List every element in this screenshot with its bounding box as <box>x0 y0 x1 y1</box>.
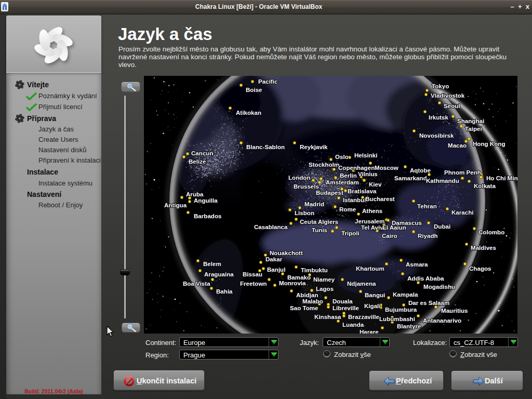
svg-text:Bujumbura: Bujumbura <box>385 306 417 313</box>
svg-text:Addis Ababa: Addis Ababa <box>407 275 444 282</box>
svg-text:Boise: Boise <box>246 86 262 93</box>
svg-text:Dakar: Dakar <box>265 256 283 262</box>
svg-text:Niamey: Niamey <box>313 276 335 283</box>
svg-text:Maldives: Maldives <box>471 244 496 251</box>
svg-text:Chagos: Chagos <box>469 265 491 272</box>
svg-text:Budapest: Budapest <box>316 189 343 196</box>
svg-text:Bangui: Bangui <box>365 291 385 298</box>
svg-text:Ceuta: Ceuta <box>300 218 317 225</box>
svg-text:Boa Vista: Boa Vista <box>183 280 210 287</box>
svg-text:Antigua: Antigua <box>164 202 187 208</box>
svg-text:Irkutsk: Irkutsk <box>429 114 449 121</box>
svg-text:Malabo: Malabo <box>302 298 323 304</box>
svg-text:Hong Kong: Hong Kong <box>473 140 505 147</box>
svg-text:Oslo: Oslo <box>335 153 349 160</box>
svg-text:Vladivostok: Vladivostok <box>431 92 465 99</box>
svg-text:Amsterdam: Amsterdam <box>326 179 359 185</box>
svg-text:Harare: Harare <box>360 328 379 334</box>
svg-text:Taipei: Taipei <box>465 125 482 132</box>
svg-text:Cairo: Cairo <box>382 232 397 239</box>
svg-text:Belem: Belem <box>203 260 221 267</box>
svg-text:Douala: Douala <box>332 298 353 304</box>
svg-text:Seoul: Seoul <box>444 102 460 109</box>
svg-text:Anguilla: Anguilla <box>194 197 218 204</box>
svg-text:Bratislava: Bratislava <box>348 188 377 194</box>
svg-text:Karachi: Karachi <box>451 209 474 216</box>
svg-text:Reykjavik: Reykjavik <box>300 143 328 150</box>
svg-text:Tripoli: Tripoli <box>341 230 360 236</box>
svg-text:Madrid: Madrid <box>304 201 324 207</box>
svg-text:Dubai: Dubai <box>434 223 450 230</box>
svg-text:Phnom Penh: Phnom Penh <box>444 169 481 176</box>
svg-text:Macao: Macao <box>448 142 467 149</box>
svg-text:Khartoum: Khartoum <box>356 265 384 272</box>
svg-text:Algiers: Algiers <box>318 218 338 225</box>
svg-text:Libreville: Libreville <box>332 304 359 311</box>
svg-text:Vilnius: Vilnius <box>358 170 378 177</box>
svg-text:Helsinki: Helsinki <box>354 152 377 158</box>
svg-text:Lagos: Lagos <box>316 285 334 292</box>
svg-text:Tokyo: Tokyo <box>432 83 449 89</box>
svg-text:Asmara: Asmara <box>406 261 428 268</box>
svg-text:Blanc-Sablon: Blanc-Sablon <box>246 143 285 150</box>
svg-text:Blantyre: Blantyre <box>397 323 421 329</box>
svg-text:Brazzaville: Brazzaville <box>348 313 379 320</box>
svg-text:Monrovia: Monrovia <box>279 280 306 286</box>
svg-text:Stockholm: Stockholm <box>309 161 339 168</box>
svg-text:Araguaina: Araguaina <box>204 271 234 277</box>
svg-text:Bucharest: Bucharest <box>365 195 395 202</box>
svg-text:Bahia: Bahia <box>216 288 233 295</box>
svg-text:Tel Aviv: Tel Aviv <box>361 224 383 231</box>
svg-text:Berlin: Berlin <box>340 172 357 179</box>
svg-text:Belize: Belize <box>189 158 206 165</box>
svg-text:London: London <box>288 174 311 181</box>
svg-text:Kigali: Kigali <box>364 302 381 309</box>
svg-text:Timbuktu: Timbuktu <box>301 267 328 273</box>
svg-text:Istanbul: Istanbul <box>343 196 366 203</box>
svg-text:Riyadh: Riyadh <box>418 232 438 239</box>
svg-text:Luanda: Luanda <box>342 321 364 328</box>
svg-text:Brussels: Brussels <box>294 183 319 190</box>
svg-text:Tunis: Tunis <box>312 227 327 233</box>
svg-text:Shanghai: Shanghai <box>457 117 484 124</box>
svg-text:Barbados: Barbados <box>194 212 221 219</box>
svg-text:Freetown: Freetown <box>240 280 267 287</box>
svg-text:Kinshasa: Kinshasa <box>314 313 341 320</box>
svg-text:Cancun: Cancun <box>191 150 214 156</box>
svg-text:Kampala: Kampala <box>393 291 418 298</box>
svg-text:Ndjamena: Ndjamena <box>347 280 376 287</box>
svg-text:Kathmandu: Kathmandu <box>426 177 459 184</box>
svg-text:Colombo: Colombo <box>478 229 504 235</box>
svg-text:Lisbon: Lisbon <box>295 209 314 216</box>
svg-text:Moscow: Moscow <box>375 164 399 171</box>
svg-text:Samarkand: Samarkand <box>394 175 427 181</box>
svg-text:Ho Chi Minh: Ho Chi Minh <box>486 175 517 181</box>
svg-text:Casablanca: Casablanca <box>254 223 288 230</box>
svg-text:Athens: Athens <box>362 207 382 214</box>
svg-text:Bissau: Bissau <box>243 271 262 277</box>
svg-text:Rome: Rome <box>339 206 356 212</box>
svg-text:Kolkata: Kolkata <box>474 182 496 189</box>
svg-text:Aqtobe: Aqtobe <box>410 167 431 174</box>
svg-text:Novosibirsk: Novosibirsk <box>419 132 454 139</box>
svg-text:Tehran: Tehran <box>417 203 437 209</box>
svg-text:Atikokan: Atikokan <box>236 109 261 116</box>
svg-text:Pacific: Pacific <box>258 78 278 85</box>
svg-text:Mauritius: Mauritius <box>441 307 468 314</box>
svg-text:Banjul: Banjul <box>267 266 285 273</box>
svg-text:Antananarivo: Antananarivo <box>423 317 461 324</box>
svg-text:Lubumbashi: Lubumbashi <box>379 315 415 322</box>
svg-text:Kiev: Kiev <box>369 181 382 188</box>
svg-text:El Aaiun: El Aaiun <box>382 224 406 231</box>
svg-text:Mogadishu: Mogadishu <box>423 283 455 290</box>
svg-text:Dar es Salaam: Dar es Salaam <box>408 299 449 306</box>
svg-text:Sao Tome: Sao Tome <box>290 304 318 311</box>
